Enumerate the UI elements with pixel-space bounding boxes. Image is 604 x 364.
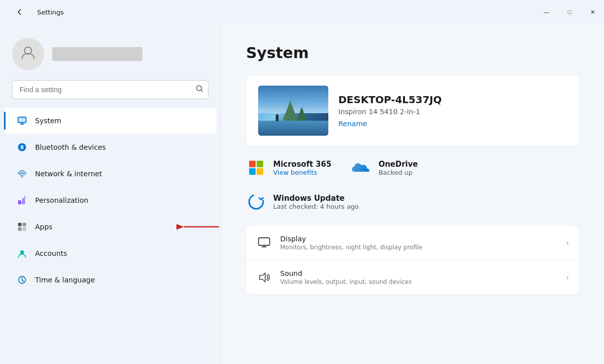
avatar xyxy=(12,38,44,70)
sidebar-item-network[interactable]: Network & internet xyxy=(4,161,217,187)
user-icon xyxy=(20,45,36,64)
bluetooth-icon xyxy=(16,141,28,153)
services-row: Microsoft 365 View benefits xyxy=(246,156,579,180)
sidebar-item-bluetooth[interactable]: Bluetooth & devices xyxy=(4,134,217,160)
windows-update-name: Windows Update xyxy=(273,194,359,203)
device-card: DESKTOP-4L537JQ Inspiron 14 5410 2-in-1 … xyxy=(246,76,579,146)
svg-rect-12 xyxy=(23,223,26,226)
windows-update-icon xyxy=(246,192,266,212)
svg-rect-19 xyxy=(259,238,270,245)
sidebar-item-label-timelanguage: Time & language xyxy=(35,276,95,284)
timelanguage-icon xyxy=(16,274,28,286)
sidebar: System Bluetooth & devices xyxy=(0,24,221,364)
app-body: System Bluetooth & devices xyxy=(0,24,604,364)
windows-update-status: Last checked: 4 hours ago xyxy=(273,203,359,210)
svg-point-18 xyxy=(249,195,263,209)
sound-chevron: › xyxy=(566,273,569,281)
windows-update-row: Windows Update Last checked: 4 hours ago xyxy=(246,190,579,214)
svg-rect-3 xyxy=(18,117,26,123)
svg-point-0 xyxy=(25,47,32,54)
svg-point-7 xyxy=(22,176,23,177)
sidebar-item-system[interactable]: System xyxy=(4,108,217,134)
sound-title: Sound xyxy=(280,269,558,277)
sound-info: Sound Volume levels, output, input, soun… xyxy=(280,269,558,285)
personalization-icon xyxy=(16,194,28,206)
sound-item[interactable]: Sound Volume levels, output, input, soun… xyxy=(246,260,579,294)
sidebar-item-label-personalization: Personalization xyxy=(35,196,88,204)
device-model: Inspiron 14 5410 2-in-1 xyxy=(338,108,567,116)
close-button[interactable]: ✕ xyxy=(581,4,604,20)
display-item[interactable]: Display Monitors, brightness, night ligh… xyxy=(246,226,579,260)
red-arrow xyxy=(176,217,221,237)
display-title: Display xyxy=(280,235,558,243)
search-input[interactable] xyxy=(12,80,209,99)
windows-update-info: Windows Update Last checked: 4 hours ago xyxy=(273,194,359,210)
titlebar: Settings — □ ✕ xyxy=(0,0,604,24)
page-title: System xyxy=(246,44,579,62)
svg-rect-10 xyxy=(20,202,22,204)
display-info: Display Monitors, brightness, night ligh… xyxy=(280,235,558,251)
svg-rect-13 xyxy=(18,227,22,231)
display-icon xyxy=(256,235,272,251)
svg-rect-9 xyxy=(22,198,25,204)
search-button[interactable] xyxy=(195,85,204,95)
nav-list: System Bluetooth & devices xyxy=(0,107,221,356)
svg-line-2 xyxy=(201,90,203,92)
display-chevron: › xyxy=(566,239,569,247)
network-icon xyxy=(16,168,28,180)
back-button[interactable] xyxy=(8,4,31,20)
device-name: DESKTOP-4L537JQ xyxy=(338,94,567,106)
system-icon xyxy=(16,115,28,127)
sidebar-item-personalization[interactable]: Personalization xyxy=(4,187,217,213)
user-name-placeholder xyxy=(52,47,142,61)
main-content: System DESKTOP-4L537JQ Inspiron 14 5410 … xyxy=(221,24,604,364)
sidebar-item-apps[interactable]: Apps xyxy=(4,214,217,240)
app-title: Settings xyxy=(37,9,64,16)
settings-card: Display Monitors, brightness, night ligh… xyxy=(246,226,579,294)
svg-rect-14 xyxy=(23,227,26,231)
onedrive-info: OneDrive Backed up xyxy=(378,160,418,176)
user-section xyxy=(0,32,221,80)
sidebar-item-label-bluetooth: Bluetooth & devices xyxy=(35,143,106,151)
apps-icon xyxy=(16,221,28,233)
window-controls: — □ ✕ xyxy=(535,4,604,20)
sound-icon xyxy=(256,269,272,285)
titlebar-left: Settings xyxy=(8,4,64,20)
minimize-button[interactable]: — xyxy=(535,4,558,20)
device-image xyxy=(258,86,328,136)
device-info: DESKTOP-4L537JQ Inspiron 14 5410 2-in-1 … xyxy=(338,94,567,128)
onedrive-status: Backed up xyxy=(378,169,418,176)
sidebar-item-label-network: Network & internet xyxy=(35,170,102,178)
svg-point-6 xyxy=(18,143,26,151)
maximize-button[interactable]: □ xyxy=(558,4,581,20)
ms365-name: Microsoft 365 xyxy=(273,160,331,169)
ms365-icon xyxy=(246,158,266,178)
sidebar-item-accounts[interactable]: Accounts xyxy=(4,240,217,266)
onedrive-icon xyxy=(351,158,371,178)
onedrive-name: OneDrive xyxy=(378,160,418,169)
sidebar-item-timelanguage[interactable]: Time & language xyxy=(4,267,217,293)
ms365-info: Microsoft 365 View benefits xyxy=(273,160,331,176)
service-onedrive: OneDrive Backed up xyxy=(351,158,418,178)
sidebar-item-label-accounts: Accounts xyxy=(35,249,67,257)
display-desc: Monitors, brightness, night light, displ… xyxy=(280,244,558,251)
svg-marker-22 xyxy=(260,273,265,282)
device-rename-link[interactable]: Rename xyxy=(338,120,367,128)
accounts-icon xyxy=(16,247,28,259)
service-ms365: Microsoft 365 View benefits xyxy=(246,158,331,178)
svg-point-16 xyxy=(20,250,24,254)
search-box xyxy=(12,80,209,99)
sidebar-item-label-apps: Apps xyxy=(35,223,53,231)
sidebar-item-label-system: System xyxy=(35,117,61,125)
svg-rect-11 xyxy=(18,223,22,226)
sound-desc: Volume levels, output, input, sound devi… xyxy=(280,278,558,285)
ms365-status[interactable]: View benefits xyxy=(273,169,331,176)
